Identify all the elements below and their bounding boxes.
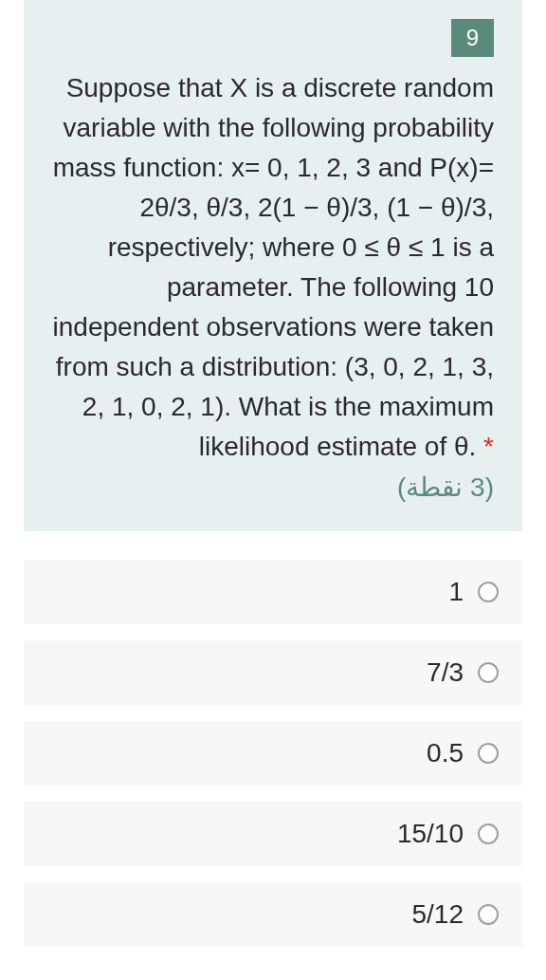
question-number: 9 bbox=[451, 19, 494, 57]
radio-icon bbox=[478, 582, 499, 602]
option-label: 15/10 bbox=[397, 819, 464, 849]
option-row[interactable]: 15/10 bbox=[24, 802, 522, 866]
required-mark: * bbox=[483, 432, 494, 461]
radio-icon bbox=[478, 823, 499, 844]
question-header: 9 Suppose that X is a discrete random va… bbox=[24, 0, 522, 531]
option-label: 0.5 bbox=[427, 738, 464, 768]
question-text: Suppose that X is a discrete random vari… bbox=[52, 68, 494, 467]
option-row[interactable]: 5/12 bbox=[24, 882, 522, 947]
option-label: 1 bbox=[448, 577, 464, 607]
radio-icon bbox=[478, 743, 499, 764]
radio-icon bbox=[478, 662, 499, 683]
option-label: 5/12 bbox=[412, 899, 464, 930]
option-label: 7/3 bbox=[427, 657, 464, 688]
question-points: (3 نقطة) bbox=[52, 472, 494, 503]
option-row[interactable]: 0.5 bbox=[24, 721, 522, 786]
option-row[interactable]: 1 bbox=[24, 560, 522, 624]
option-row[interactable]: 7/3 bbox=[24, 640, 522, 705]
radio-icon bbox=[478, 904, 499, 925]
